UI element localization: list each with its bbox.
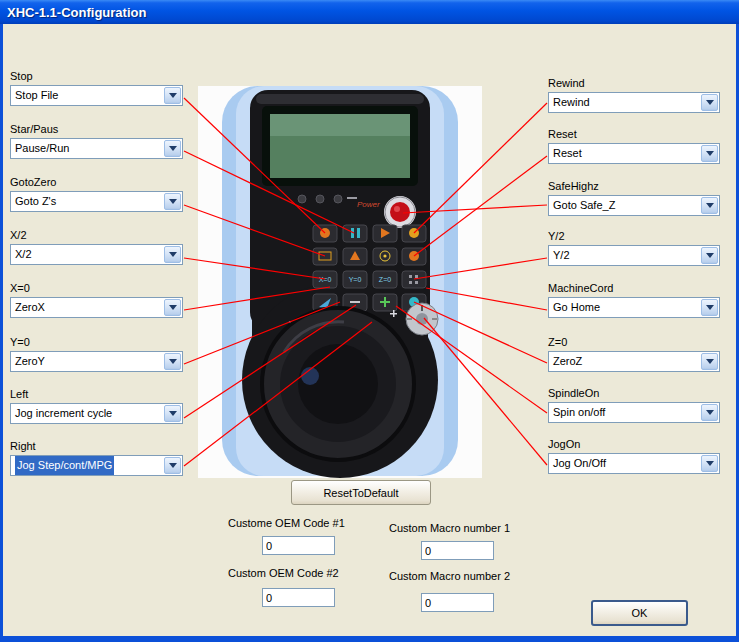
field-right: Right Jog Step/cont/MPG <box>10 440 183 476</box>
chevron-down-icon[interactable] <box>701 145 718 162</box>
configuration-window: XHC-1.1-Configuration Stop Stop File Sta… <box>0 0 739 642</box>
combo-star-paus[interactable]: Pause/Run <box>10 138 183 159</box>
home-key-icon <box>409 251 419 261</box>
jog-wheel <box>262 308 414 460</box>
chevron-down-icon[interactable] <box>164 299 181 316</box>
combo-stop[interactable]: Stop File <box>10 85 183 106</box>
lcd-screen <box>262 106 418 186</box>
power-label: Power <box>357 200 380 209</box>
combo-value: Pause/Run <box>15 139 69 158</box>
stop-key-icon <box>320 228 330 238</box>
combo-left[interactable]: Jog increment cycle <box>10 403 183 424</box>
field-label-stop: Stop <box>10 70 183 82</box>
chevron-down-icon[interactable] <box>164 87 181 104</box>
combo-value: ZeroX <box>15 298 45 317</box>
chevron-down-icon[interactable] <box>701 353 718 370</box>
pendant-photo: Power <box>198 86 482 478</box>
combo-reset[interactable]: Reset <box>548 143 720 164</box>
field-reset: Reset Reset <box>548 128 720 164</box>
field-y0: Y=0 ZeroY <box>10 336 183 372</box>
titlebar[interactable]: XHC-1.1-Configuration <box>0 0 739 24</box>
combo-value: Spin on/off <box>553 403 605 422</box>
field-z0: Z=0 ZeroZ <box>548 336 720 372</box>
chevron-down-icon[interactable] <box>164 405 181 422</box>
combo-value: Goto Safe_Z <box>553 196 615 215</box>
combo-value: Jog increment cycle <box>15 404 112 423</box>
ok-button[interactable]: OK <box>591 600 688 626</box>
combo-x2[interactable]: X/2 <box>10 244 183 265</box>
combo-value: Goto Z's <box>15 192 56 211</box>
combo-machinecord[interactable]: Go Home <box>548 297 720 318</box>
x0-key-label: X=0 <box>319 276 332 283</box>
macro-number-1-label: Custom Macro number 1 <box>389 522 510 534</box>
axis-dial <box>406 303 438 335</box>
field-rewind: Rewind Rewind <box>548 77 720 113</box>
chevron-down-icon[interactable] <box>701 197 718 214</box>
field-jogon: JogOn Jog On/Off <box>548 438 720 474</box>
combo-value: Stop File <box>15 86 58 105</box>
z0-key-label: Z=0 <box>379 276 391 283</box>
minus-key-icon <box>350 301 360 303</box>
macro-number-1-input[interactable] <box>421 541 494 560</box>
pendant-photo-svg: Power <box>198 86 482 478</box>
field-label-spindleon: SpindleOn <box>548 387 720 399</box>
combo-value: Rewind <box>553 93 590 112</box>
combo-value: ZeroY <box>15 352 45 371</box>
field-label-rewind: Rewind <box>548 77 720 89</box>
combo-value: Go Home <box>553 298 600 317</box>
field-stop: Stop Stop File <box>10 70 183 106</box>
field-label-left: Left <box>10 388 183 400</box>
field-label-jogon: JogOn <box>548 438 720 450</box>
window-title: XHC-1.1-Configuration <box>7 5 146 20</box>
reset-to-default-button[interactable]: ResetToDefault <box>291 480 431 505</box>
chevron-down-icon[interactable] <box>701 299 718 316</box>
oem-code-2-label: Custom OEM Code #2 <box>228 567 339 579</box>
combo-value: Reset <box>553 144 582 163</box>
macro-number-2-input[interactable] <box>421 593 494 612</box>
chevron-down-icon[interactable] <box>164 457 181 474</box>
combo-y2[interactable]: Y/2 <box>548 245 720 266</box>
emergency-stop-button <box>384 196 416 228</box>
chevron-down-icon[interactable] <box>164 140 181 157</box>
chevron-down-icon[interactable] <box>164 246 181 263</box>
combo-value: Jog On/Off <box>553 454 606 473</box>
oem-code-2-input[interactable] <box>262 588 335 607</box>
combo-z0[interactable]: ZeroZ <box>548 351 720 372</box>
combo-safehighz[interactable]: Goto Safe_Z <box>548 195 720 216</box>
rewind-key-icon <box>409 228 419 238</box>
field-label-gotozero: GotoZero <box>10 176 183 188</box>
chevron-down-icon[interactable] <box>701 455 718 472</box>
chevron-down-icon[interactable] <box>164 353 181 370</box>
chevron-down-icon[interactable] <box>701 94 718 111</box>
field-label-reset: Reset <box>548 128 720 140</box>
field-label-machinecord: MachineCord <box>548 282 720 294</box>
combo-x0[interactable]: ZeroX <box>10 297 183 318</box>
field-label-safehighz: SafeHighz <box>548 180 720 192</box>
chevron-down-icon[interactable] <box>164 193 181 210</box>
combo-rewind[interactable]: Rewind <box>548 92 720 113</box>
field-label-x2: X/2 <box>10 229 183 241</box>
chevron-down-icon[interactable] <box>701 404 718 421</box>
combo-y0[interactable]: ZeroY <box>10 351 183 372</box>
oem-code-1-input[interactable] <box>262 536 335 555</box>
y0-key-label: Y=0 <box>349 276 362 283</box>
combo-right[interactable]: Jog Step/cont/MPG <box>10 455 183 476</box>
field-label-right: Right <box>10 440 183 452</box>
combo-value: X/2 <box>15 245 32 264</box>
chevron-down-icon[interactable] <box>701 247 718 264</box>
combo-value: ZeroZ <box>553 352 582 371</box>
field-left: Left Jog increment cycle <box>10 388 183 424</box>
field-gotozero: GotoZero Goto Z's <box>10 176 183 212</box>
field-label-z0: Z=0 <box>548 336 720 348</box>
field-y2: Y/2 Y/2 <box>548 230 720 266</box>
field-label-y2: Y/2 <box>548 230 720 242</box>
combo-value-selected: Jog Step/cont/MPG <box>15 456 114 475</box>
combo-jogon[interactable]: Jog On/Off <box>548 453 720 474</box>
field-label-y0: Y=0 <box>10 336 183 348</box>
oem-code-1-label: Custome OEM Code #1 <box>228 517 345 529</box>
combo-spindleon[interactable]: Spin on/off <box>548 402 720 423</box>
field-label-x0: X=0 <box>10 282 183 294</box>
combo-gotozero[interactable]: Goto Z's <box>10 191 183 212</box>
field-x0: X=0 ZeroX <box>10 282 183 318</box>
field-spindleon: SpindleOn Spin on/off <box>548 387 720 423</box>
